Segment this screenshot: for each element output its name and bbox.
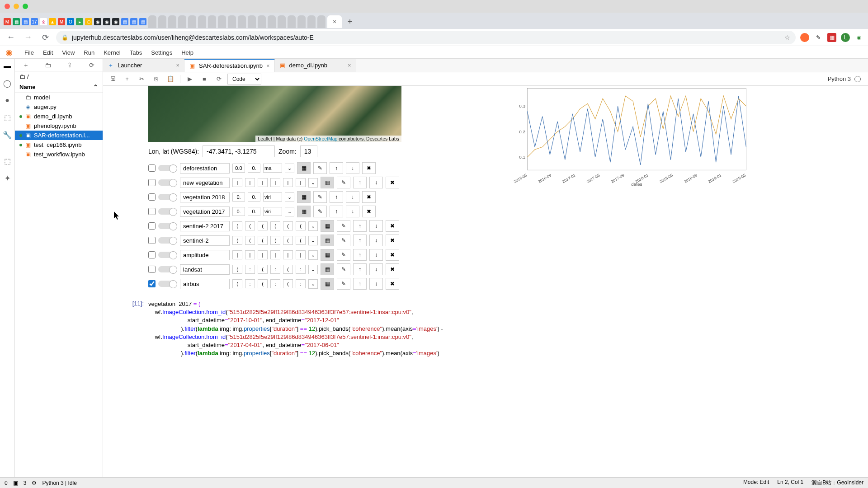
menu-kernel[interactable]: Kernel [99, 47, 125, 58]
dropdown-icon[interactable]: ⌄ [308, 279, 318, 289]
grid-button[interactable]: ▦ [297, 191, 311, 203]
dropdown-icon[interactable]: ⌄ [308, 265, 318, 274]
add-cell-button[interactable]: + [121, 74, 133, 84]
docs-icon[interactable]: ▤ [22, 18, 29, 25]
lonlat-input[interactable] [203, 145, 275, 157]
scale-input[interactable] [283, 265, 293, 274]
move-up-button[interactable]: ↑ [353, 263, 367, 275]
kernel-name[interactable]: Python 3 [828, 75, 851, 82]
file-item[interactable]: ◈auger.py [15, 102, 103, 112]
extension-icon[interactable]: ▦ [827, 33, 836, 42]
scale-input[interactable] [245, 265, 255, 274]
file-item[interactable]: ▣phenology.ipynb [15, 121, 103, 131]
tab-icon[interactable]: ▸ [76, 18, 83, 25]
dropdown-icon[interactable]: ⌄ [308, 250, 318, 260]
browser-tab[interactable] [168, 15, 176, 28]
maximize-window-button[interactable] [23, 4, 28, 9]
profile-avatar[interactable]: L [841, 33, 850, 42]
layer-name-input[interactable] [180, 279, 230, 289]
scale-input[interactable] [232, 265, 242, 274]
move-down-button[interactable]: ↓ [369, 235, 383, 246]
browser-tab-active[interactable]: × [327, 15, 342, 28]
paste-button[interactable]: 📋 [165, 74, 176, 84]
scale-min-input[interactable] [232, 164, 245, 173]
close-tab-icon[interactable]: × [333, 18, 336, 25]
scale-input[interactable] [270, 250, 280, 259]
delete-layer-button[interactable]: ✖ [386, 249, 399, 261]
autoscale-button[interactable]: ✎ [337, 220, 350, 232]
scale-input[interactable] [283, 178, 293, 187]
scale-input[interactable] [270, 221, 280, 230]
scale-input[interactable] [296, 279, 306, 288]
browser-tab[interactable] [317, 15, 326, 28]
file-item[interactable]: ▣SAR-deforestation.i... [15, 131, 103, 140]
github-icon[interactable]: ◉ [112, 18, 119, 25]
browser-tab[interactable] [248, 15, 256, 28]
layer-visibility-checkbox[interactable] [148, 251, 156, 258]
scale-input[interactable] [232, 221, 242, 230]
scale-input[interactable] [232, 236, 242, 245]
extension-icon[interactable]: ✎ [814, 33, 823, 42]
opacity-slider[interactable] [158, 208, 177, 215]
new-folder-button[interactable]: 🗀 [42, 60, 53, 70]
running-icon[interactable]: ◯ [3, 79, 12, 88]
layer-visibility-checkbox[interactable] [148, 237, 156, 244]
grid-button[interactable]: ▦ [321, 249, 334, 261]
code-cell[interactable]: [11]: vegetation_2017 = ( wf.ImageCollec… [108, 300, 863, 357]
layer-name-input[interactable] [180, 250, 230, 260]
delete-layer-button[interactable]: ✖ [362, 162, 376, 174]
scale-input[interactable] [270, 236, 280, 245]
scale-input[interactable] [245, 178, 255, 187]
browser-tab[interactable] [188, 15, 196, 28]
dropdown-icon[interactable]: ⌄ [308, 236, 318, 245]
scale-max-input[interactable] [248, 164, 260, 173]
scale-input[interactable] [296, 265, 306, 274]
sheets-icon[interactable]: ▦ [13, 18, 20, 25]
delete-layer-button[interactable]: ✖ [386, 278, 399, 290]
layer-name-input[interactable] [180, 178, 230, 188]
menu-run[interactable]: Run [79, 47, 99, 58]
browser-tab[interactable] [258, 15, 266, 28]
delete-layer-button[interactable]: ✖ [386, 220, 399, 232]
file-item[interactable]: ▣test_cep166.ipynb [15, 140, 103, 150]
layer-name-input[interactable] [180, 163, 230, 174]
layer-visibility-checkbox[interactable] [148, 208, 156, 215]
calendar-icon[interactable]: 17 [31, 18, 38, 25]
autoscale-button[interactable]: ✎ [337, 263, 350, 275]
layer-name-input[interactable] [180, 192, 230, 202]
scale-input[interactable] [270, 265, 280, 274]
move-up-button[interactable]: ↑ [353, 249, 367, 261]
back-button[interactable]: ← [5, 31, 17, 44]
browser-tab[interactable] [268, 15, 276, 28]
upload-button[interactable]: ⇪ [64, 60, 75, 70]
opacity-slider[interactable] [158, 266, 177, 272]
github-icon[interactable]: ◉ [103, 18, 110, 25]
autoscale-button[interactable]: ✎ [337, 278, 350, 290]
osm-link[interactable]: OpenStreetMap [304, 136, 337, 141]
gear-icon[interactable]: ⚙ [32, 480, 37, 486]
scale-input[interactable] [258, 178, 268, 187]
scale-input[interactable] [245, 236, 255, 245]
tab-icon[interactable]: ⬡ [85, 18, 92, 25]
delete-layer-button[interactable]: ✖ [362, 206, 376, 217]
file-item[interactable]: ▣demo_dl.ipynb [15, 112, 103, 121]
scale-input[interactable] [245, 250, 255, 259]
layer-name-input[interactable] [180, 206, 230, 217]
scale-input[interactable] [232, 250, 242, 259]
opacity-slider[interactable] [158, 165, 177, 171]
move-down-button[interactable]: ↓ [369, 249, 383, 261]
github-icon[interactable]: ◉ [94, 18, 101, 25]
forward-button[interactable]: → [22, 31, 34, 44]
browser-tab[interactable] [297, 15, 306, 28]
extension-icon[interactable]: ⬚ [3, 156, 12, 165]
grid-button[interactable]: ▦ [321, 263, 334, 275]
kernels-count[interactable]: 3 [24, 480, 27, 486]
jupyter-logo-icon[interactable]: ◉ [4, 47, 14, 58]
browser-tab[interactable] [278, 15, 286, 28]
layer-visibility-checkbox[interactable] [148, 222, 156, 230]
zoom-input[interactable] [300, 145, 317, 157]
minimize-window-button[interactable] [14, 4, 19, 9]
scale-min-input[interactable] [232, 207, 245, 216]
move-up-button[interactable]: ↑ [353, 220, 367, 232]
scale-input[interactable] [270, 178, 280, 187]
